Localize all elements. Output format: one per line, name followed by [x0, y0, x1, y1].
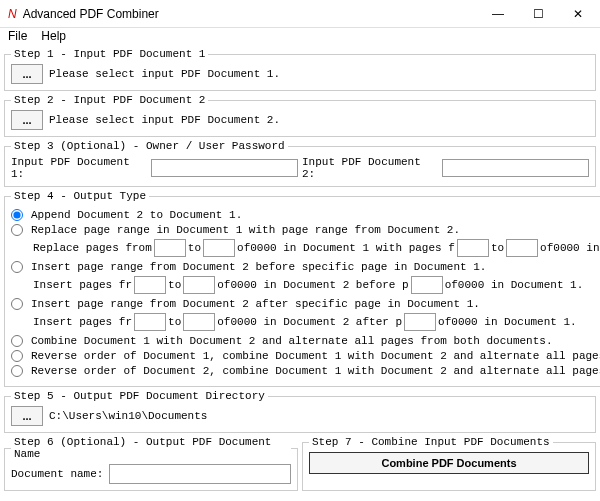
document-name-input[interactable]	[109, 464, 291, 484]
step2-group: Step 2 - Input PDF Document 2 ... Please…	[4, 94, 596, 137]
step5-browse-button[interactable]: ...	[11, 406, 43, 426]
replace-sub-a: Replace pages from	[33, 242, 152, 254]
insbef-sub-b: to	[168, 279, 181, 291]
step6-group: Step 6 (Optional) - Output PDF Document …	[4, 436, 298, 491]
replace-from-1[interactable]	[154, 239, 186, 257]
replace-sub-e: of0000 in Document 2.	[540, 242, 600, 254]
menubar: File Help	[0, 28, 600, 46]
step1-group: Step 1 - Input PDF Document 1 ... Please…	[4, 48, 596, 91]
radio-append-label: Append Document 2 to Document 1.	[31, 209, 242, 221]
minimize-button[interactable]: —	[478, 0, 518, 28]
insbef-sub-a: Insert pages fr	[33, 279, 132, 291]
radio-reverse2[interactable]	[11, 365, 23, 377]
insaft-sub-a: Insert pages fr	[33, 316, 132, 328]
maximize-button[interactable]: ☐	[518, 0, 558, 28]
step5-legend: Step 5 - Output PDF Document Directory	[11, 390, 268, 402]
step2-legend: Step 2 - Input PDF Document 2	[11, 94, 208, 106]
step3-label2: Input PDF Document 2:	[302, 156, 438, 180]
combine-button[interactable]: Combine PDF Documents	[309, 452, 589, 474]
radio-replace[interactable]	[11, 224, 23, 236]
step2-text: Please select input PDF Document 2.	[49, 114, 280, 126]
insaft-page[interactable]	[404, 313, 436, 331]
step1-text: Please select input PDF Document 1.	[49, 68, 280, 80]
replace-sub-b: to	[188, 242, 201, 254]
menu-file[interactable]: File	[8, 29, 27, 45]
radio-reverse1[interactable]	[11, 350, 23, 362]
radio-insert-after-label: Insert page range from Document 2 after …	[31, 298, 480, 310]
step5-group: Step 5 - Output PDF Document Directory .…	[4, 390, 596, 433]
insaft-sub-d: of0000 in Document 1.	[438, 316, 577, 328]
step6-label: Document name:	[11, 468, 103, 480]
step6-legend: Step 6 (Optional) - Output PDF Document …	[11, 436, 291, 460]
replace-to-1[interactable]	[203, 239, 235, 257]
radio-append[interactable]	[11, 209, 23, 221]
step4-legend: Step 4 - Output Type	[11, 190, 149, 202]
insbef-sub-d: of0000 in Document 1.	[445, 279, 584, 291]
radio-combine-alt[interactable]	[11, 335, 23, 347]
insbef-page[interactable]	[411, 276, 443, 294]
step3-group: Step 3 (Optional) - Owner / User Passwor…	[4, 140, 596, 187]
step4-group: Step 4 - Output Type Append Document 2 t…	[4, 190, 600, 387]
password-input-1[interactable]	[151, 159, 298, 177]
step1-legend: Step 1 - Input PDF Document 1	[11, 48, 208, 60]
insaft-sub-b: to	[168, 316, 181, 328]
radio-replace-label: Replace page range in Document 1 with pa…	[31, 224, 460, 236]
radio-reverse2-label: Reverse order of Document 2, combine Doc…	[31, 365, 600, 377]
step3-label1: Input PDF Document 1:	[11, 156, 147, 180]
step1-browse-button[interactable]: ...	[11, 64, 43, 84]
menu-help[interactable]: Help	[41, 29, 66, 45]
radio-combine-alt-label: Combine Document 1 with Document 2 and a…	[31, 335, 553, 347]
insaft-sub-c: of0000 in Document 2 after p	[217, 316, 402, 328]
step7-group: Step 7 - Combine Input PDF Documents Com…	[302, 436, 596, 491]
radio-insert-before-label: Insert page range from Document 2 before…	[31, 261, 486, 273]
replace-to-2[interactable]	[506, 239, 538, 257]
app-icon: N	[8, 7, 17, 21]
insbef-to[interactable]	[183, 276, 215, 294]
window-title: Advanced PDF Combiner	[23, 7, 478, 21]
insaft-from[interactable]	[134, 313, 166, 331]
replace-sub-c: of0000 in Document 1 with pages f	[237, 242, 455, 254]
step2-browse-button[interactable]: ...	[11, 110, 43, 130]
radio-insert-after[interactable]	[11, 298, 23, 310]
step7-legend: Step 7 - Combine Input PDF Documents	[309, 436, 553, 448]
step5-path: C:\Users\win10\Documents	[49, 410, 207, 422]
step3-legend: Step 3 (Optional) - Owner / User Passwor…	[11, 140, 288, 152]
radio-reverse1-label: Reverse order of Document 1, combine Doc…	[31, 350, 600, 362]
radio-insert-before[interactable]	[11, 261, 23, 273]
replace-sub-d: to	[491, 242, 504, 254]
password-input-2[interactable]	[442, 159, 589, 177]
insaft-to[interactable]	[183, 313, 215, 331]
insbef-sub-c: of0000 in Document 2 before p	[217, 279, 408, 291]
replace-from-2[interactable]	[457, 239, 489, 257]
close-button[interactable]: ✕	[558, 0, 598, 28]
insbef-from[interactable]	[134, 276, 166, 294]
titlebar: N Advanced PDF Combiner — ☐ ✕	[0, 0, 600, 28]
